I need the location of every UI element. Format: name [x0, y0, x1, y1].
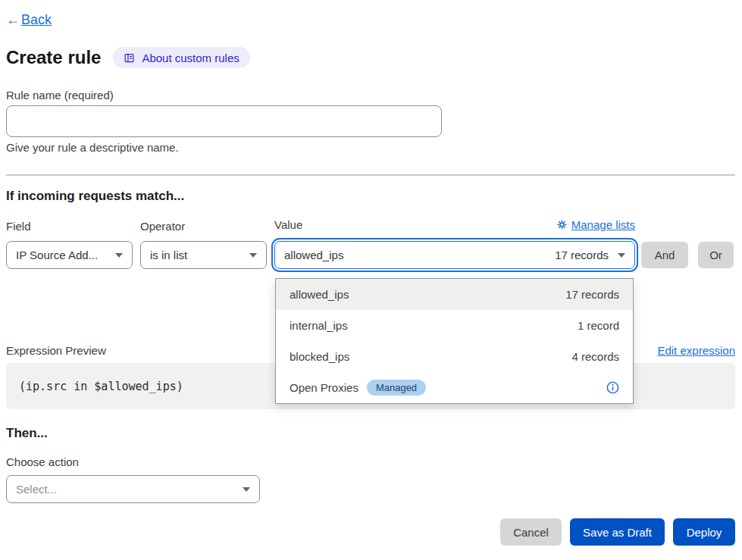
list-option-name: allowed_ips [290, 288, 349, 301]
chevron-down-icon [618, 253, 625, 258]
rule-name-label: Rule name (required) [6, 89, 114, 102]
managed-badge: Managed [367, 380, 426, 396]
page-title: Create rule [6, 47, 101, 68]
back-arrow-icon: ← [6, 12, 20, 28]
header: Create rule About custom rules [6, 47, 250, 68]
list-option-open-proxies[interactable]: Open Proxies Managed [276, 372, 633, 403]
field-select[interactable]: IP Source Add... [6, 241, 133, 269]
list-option-allowed-ips[interactable]: allowed_ips 17 records [276, 279, 633, 310]
manage-lists-link[interactable]: Manage lists [557, 218, 635, 231]
list-option-name: Open Proxies [290, 381, 358, 394]
field-label: Field [6, 220, 31, 233]
back-link-label: Back [21, 12, 52, 28]
chevron-down-icon [243, 487, 250, 492]
value-select[interactable]: allowed_ips 17 records [274, 241, 635, 269]
list-option-records: 4 records [571, 350, 619, 363]
about-custom-rules-label: About custom rules [142, 52, 239, 64]
choose-action-label: Choose action [6, 455, 79, 468]
edit-expression-link[interactable]: Edit expression [657, 344, 735, 357]
field-select-value: IP Source Add... [16, 249, 98, 261]
or-button[interactable]: Or [698, 242, 734, 268]
rule-name-helper: Give your rule a descriptive name. [6, 141, 179, 154]
action-select[interactable]: Select... [6, 475, 260, 503]
value-label: Value [274, 218, 302, 231]
list-option-records: 17 records [565, 288, 619, 301]
rule-name-input[interactable] [6, 105, 442, 137]
gear-icon [557, 220, 567, 230]
cancel-button[interactable]: Cancel [500, 518, 562, 546]
value-header-row: Value Man [274, 218, 635, 231]
manage-lists-label: Manage lists [571, 218, 635, 231]
list-option-records: 1 record [578, 319, 619, 332]
operator-select[interactable]: is in list [140, 241, 267, 269]
and-button[interactable]: And [641, 242, 688, 268]
create-rule-page: ←Back Create rule About custom rules Rul… [0, 0, 742, 560]
list-option-blocked-ips[interactable]: blocked_ips 4 records [276, 341, 633, 372]
expression-code: (ip.src in $allowed_ips) [19, 380, 183, 393]
list-option-name: internal_ips [290, 319, 348, 332]
chevron-down-icon [115, 253, 123, 258]
book-icon [124, 52, 135, 64]
chevron-down-icon [249, 253, 257, 258]
about-custom-rules-link[interactable]: About custom rules [113, 47, 249, 68]
match-section-heading: If incoming requests match... [6, 189, 184, 204]
save-as-draft-button[interactable]: Save as Draft [570, 518, 665, 546]
info-icon[interactable] [606, 381, 619, 394]
then-section-heading: Then... [6, 426, 48, 441]
list-option-internal-ips[interactable]: internal_ips 1 record [276, 310, 633, 341]
value-select-records: 17 records [555, 249, 609, 261]
action-select-placeholder: Select... [16, 483, 57, 496]
expression-preview-label: Expression Preview [6, 344, 106, 357]
list-option-name: blocked_ips [290, 350, 349, 363]
deploy-button[interactable]: Deploy [673, 518, 735, 546]
operator-label: Operator [140, 220, 185, 233]
value-select-value: allowed_ips [284, 249, 343, 261]
section-divider [6, 174, 735, 176]
back-link[interactable]: ←Back [6, 12, 52, 28]
operator-select-value: is in list [150, 249, 187, 261]
list-dropdown-panel: allowed_ips 17 records internal_ips 1 re… [275, 278, 634, 404]
